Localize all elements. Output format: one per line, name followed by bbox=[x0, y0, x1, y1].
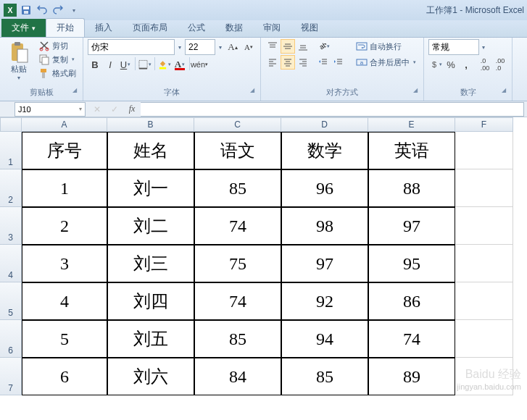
cell[interactable]: 刘一 bbox=[107, 169, 194, 207]
cell[interactable]: 5 bbox=[22, 320, 107, 358]
tab-review[interactable]: 审阅 bbox=[253, 19, 291, 37]
qat-customize-icon[interactable]: ▾ bbox=[67, 3, 81, 17]
increase-font-icon[interactable]: A▴ bbox=[225, 40, 240, 54]
cell[interactable]: 刘四 bbox=[107, 282, 194, 320]
name-box[interactable]: J10 bbox=[14, 102, 86, 117]
copy-button[interactable]: 复制▾ bbox=[36, 53, 78, 66]
undo-icon[interactable] bbox=[35, 3, 49, 17]
font-size-select[interactable] bbox=[185, 39, 215, 55]
phonetic-button[interactable]: wén▾ bbox=[192, 57, 207, 72]
number-format-select[interactable] bbox=[428, 39, 479, 55]
tab-page-layout[interactable]: 页面布局 bbox=[123, 19, 178, 37]
row-header[interactable]: 7 bbox=[0, 358, 22, 395]
decrease-indent-icon[interactable] bbox=[316, 55, 331, 70]
row-header[interactable]: 1 bbox=[0, 132, 22, 169]
cell[interactable] bbox=[455, 207, 513, 245]
align-left-icon[interactable] bbox=[265, 55, 280, 70]
cell[interactable]: 刘二 bbox=[107, 207, 194, 245]
cell[interactable]: 96 bbox=[281, 169, 368, 207]
cell[interactable] bbox=[455, 282, 513, 320]
cell[interactable]: 刘五 bbox=[107, 320, 194, 358]
cell[interactable] bbox=[455, 245, 513, 282]
row-header[interactable]: 4 bbox=[0, 245, 22, 282]
cell[interactable]: 98 bbox=[281, 207, 368, 245]
row-header[interactable]: 5 bbox=[0, 282, 22, 320]
cell[interactable]: 75 bbox=[194, 245, 281, 282]
percent-format-icon[interactable]: % bbox=[444, 57, 458, 72]
col-header-D[interactable]: D bbox=[281, 117, 368, 132]
row-header[interactable]: 2 bbox=[0, 169, 22, 207]
cell[interactable]: 刘三 bbox=[107, 245, 194, 282]
cell[interactable]: 89 bbox=[368, 358, 455, 395]
cell[interactable]: 姓名 bbox=[107, 132, 194, 169]
cell[interactable]: 刘六 bbox=[107, 358, 194, 395]
tab-data[interactable]: 数据 bbox=[215, 19, 253, 37]
cell[interactable]: 85 bbox=[281, 358, 368, 395]
italic-button[interactable]: I bbox=[103, 57, 117, 72]
tab-insert[interactable]: 插入 bbox=[85, 19, 123, 37]
format-painter-button[interactable]: 格式刷 bbox=[36, 67, 78, 80]
cell[interactable]: 97 bbox=[368, 207, 455, 245]
col-header-A[interactable]: A bbox=[22, 117, 107, 132]
cell[interactable]: 74 bbox=[194, 282, 281, 320]
cell[interactable]: 英语 bbox=[368, 132, 455, 169]
decrease-decimal-icon[interactable]: .00.0 bbox=[493, 57, 507, 72]
cell[interactable]: 4 bbox=[22, 282, 107, 320]
save-icon[interactable] bbox=[19, 3, 33, 17]
bold-button[interactable]: B bbox=[88, 57, 102, 72]
underline-button[interactable]: U bbox=[118, 57, 133, 72]
font-color-button[interactable]: A bbox=[173, 57, 187, 72]
align-right-icon[interactable] bbox=[296, 55, 310, 70]
tab-view[interactable]: 视图 bbox=[291, 19, 328, 37]
cell[interactable]: 85 bbox=[194, 320, 281, 358]
comma-format-icon[interactable]: , bbox=[459, 57, 473, 72]
cell[interactable]: 88 bbox=[368, 169, 455, 207]
tab-home[interactable]: 开始 bbox=[46, 18, 85, 37]
cell[interactable]: 92 bbox=[281, 282, 368, 320]
col-header-C[interactable]: C bbox=[194, 117, 281, 132]
cell[interactable]: 85 bbox=[194, 169, 281, 207]
cell[interactable] bbox=[455, 320, 513, 358]
tab-file[interactable]: 文件 bbox=[1, 19, 46, 37]
redo-icon[interactable] bbox=[51, 3, 65, 17]
align-middle-icon[interactable] bbox=[281, 39, 295, 54]
fill-color-button[interactable] bbox=[157, 57, 172, 72]
cell[interactable]: 74 bbox=[194, 207, 281, 245]
increase-decimal-icon[interactable]: .0.00 bbox=[478, 57, 492, 72]
orientation-icon[interactable]: ab bbox=[316, 39, 331, 54]
wrap-text-button[interactable]: 自动换行 bbox=[353, 39, 419, 54]
select-all-corner[interactable] bbox=[0, 117, 22, 132]
font-name-select[interactable] bbox=[88, 39, 175, 55]
cell[interactable]: 语文 bbox=[194, 132, 281, 169]
row-header[interactable]: 3 bbox=[0, 207, 22, 245]
cell[interactable]: 1 bbox=[22, 169, 107, 207]
cell[interactable] bbox=[455, 169, 513, 207]
cell[interactable]: 3 bbox=[22, 245, 107, 282]
cell[interactable]: 95 bbox=[368, 245, 455, 282]
formula-input[interactable] bbox=[141, 102, 524, 117]
paste-button[interactable]: 粘贴 ▾ bbox=[4, 39, 33, 83]
accounting-format-icon[interactable]: $ bbox=[428, 57, 443, 72]
cell[interactable]: 74 bbox=[368, 320, 455, 358]
align-center-icon[interactable] bbox=[281, 55, 295, 70]
cell[interactable] bbox=[455, 132, 513, 169]
decrease-font-icon[interactable]: A▾ bbox=[241, 40, 256, 54]
cell[interactable]: 84 bbox=[194, 358, 281, 395]
row-header[interactable]: 6 bbox=[0, 320, 22, 358]
align-bottom-icon[interactable] bbox=[296, 39, 310, 54]
align-top-icon[interactable] bbox=[265, 39, 280, 54]
cell[interactable]: 6 bbox=[22, 358, 107, 395]
cell[interactable]: 86 bbox=[368, 282, 455, 320]
cell[interactable]: 94 bbox=[281, 320, 368, 358]
increase-indent-icon[interactable] bbox=[331, 55, 346, 70]
col-header-F[interactable]: F bbox=[455, 117, 513, 132]
fx-icon[interactable]: fx bbox=[123, 102, 141, 117]
cell[interactable]: 数学 bbox=[281, 132, 368, 169]
borders-button[interactable] bbox=[138, 57, 152, 72]
merge-center-button[interactable]: a合并后居中▾ bbox=[353, 55, 419, 70]
cell[interactable]: 序号 bbox=[22, 132, 107, 169]
col-header-E[interactable]: E bbox=[368, 117, 455, 132]
tab-formulas[interactable]: 公式 bbox=[178, 19, 215, 37]
cell[interactable]: 97 bbox=[281, 245, 368, 282]
cell[interactable]: 2 bbox=[22, 207, 107, 245]
